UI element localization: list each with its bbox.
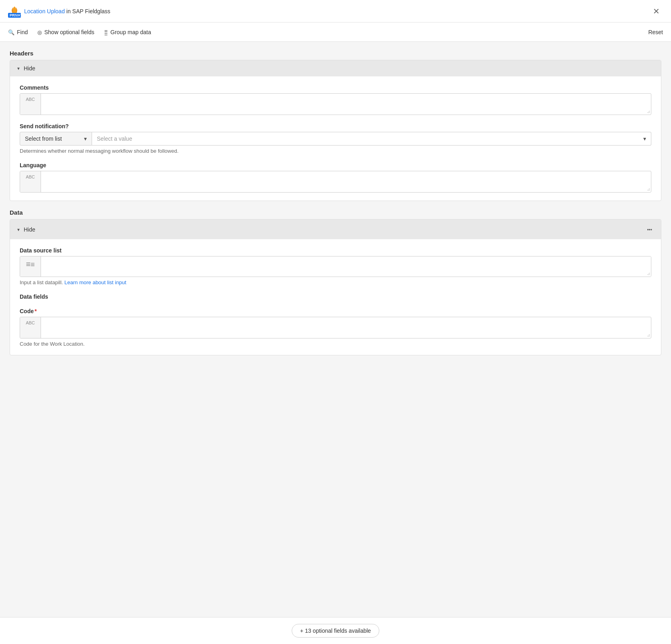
send-notification-label: Send notification? (20, 123, 651, 129)
data-collapse-header[interactable]: Hide (10, 219, 661, 239)
title-bar-left: PRIVATE Location Upload in SAP Fieldglas… (8, 5, 110, 18)
app-name-link[interactable]: Location Upload (24, 8, 65, 14)
language-label: Language (20, 162, 651, 168)
select-from-list-arrow (84, 135, 87, 142)
data-fields-label: Data fields (20, 293, 651, 300)
send-notification-field-group: Send notification? Select from list Sele… (20, 123, 651, 154)
comments-prefix: ABC (20, 94, 41, 115)
data-menu-button[interactable] (644, 224, 655, 234)
data-collapse-left: Hide (16, 226, 35, 233)
optional-fields-button[interactable]: + 13 optional fields available (292, 624, 379, 638)
data-card: Hide Data source list ≡ ⊿ (10, 219, 661, 355)
optional-fields-bar: + 13 optional fields available (0, 617, 671, 644)
private-badge: PRIVATE (8, 13, 21, 18)
send-notification-hint: Determines whether normal messaging work… (20, 148, 651, 154)
code-label: Code* (20, 308, 651, 314)
list-resize-handle: ⊿ (647, 271, 650, 276)
headers-section-title: Headers (10, 50, 661, 57)
ellipsis-icon (647, 225, 652, 233)
data-section-title: Data (10, 209, 661, 216)
data-section: Data Hide Data source list (10, 209, 661, 355)
app-title: Location Upload in SAP Fieldglass (24, 8, 110, 14)
language-resize-handle: ⊿ (646, 186, 651, 192)
language-prefix: ABC (20, 171, 41, 192)
comments-textarea[interactable] (41, 94, 646, 115)
comments-resize-handle: ⊿ (646, 109, 651, 115)
list-icon: ≡ (26, 260, 35, 269)
search-icon (8, 29, 14, 35)
data-collapse-label: Hide (24, 226, 35, 233)
headers-collapse-label: Hide (24, 65, 35, 72)
toolbar: Find Show optional fields Group map data… (0, 23, 671, 42)
code-hint: Code for the Work Location. (20, 341, 651, 347)
data-source-list-field-group: Data source list ≡ ⊿ Input a list datapi… (20, 247, 651, 285)
code-input-wrapper: ABC ⊿ (20, 317, 651, 338)
close-button[interactable]: ✕ (650, 5, 663, 18)
headers-collapse-left: Hide (16, 65, 35, 72)
app-name-suffix: in SAP Fieldglass (65, 8, 110, 14)
show-optional-label: Show optional fields (44, 29, 94, 35)
headers-collapse-header[interactable]: Hide (10, 60, 661, 76)
select-from-list-text: Select from list (25, 135, 62, 142)
optional-fields-label: + 13 optional fields available (300, 628, 371, 634)
select-from-list-dropdown[interactable]: Select from list (20, 132, 92, 146)
title-bar: PRIVATE Location Upload in SAP Fieldglas… (0, 0, 671, 23)
comments-field-group: Comments ABC ⊿ (20, 84, 651, 115)
group-map-label: Group map data (110, 29, 151, 35)
list-input-area[interactable]: ⊿ (41, 256, 651, 277)
select-value-dropdown[interactable]: Select a value (92, 132, 651, 146)
data-card-body: Data source list ≡ ⊿ Input a list datapi… (10, 239, 661, 355)
data-source-list-hint: Input a list datapill. Learn more about … (20, 279, 651, 285)
data-source-hint-text: Input a list datapill. (20, 279, 63, 285)
select-value-arrow (643, 135, 646, 142)
comments-input-wrapper: ABC ⊿ (20, 93, 651, 115)
headers-collapse-arrow (16, 66, 20, 71)
reset-button[interactable]: Reset (648, 29, 663, 35)
language-field-group: Language ABC ⊿ (20, 162, 651, 193)
headers-section: Headers Hide Comments ABC ⊿ (10, 50, 661, 201)
language-textarea[interactable] (41, 171, 646, 192)
select-value-text: Select a value (97, 135, 132, 142)
toolbar-left: Find Show optional fields Group map data (8, 27, 151, 37)
headers-card-body: Comments ABC ⊿ Send notification? Select… (10, 76, 661, 201)
data-source-list-input-wrapper: ≡ ⊿ (20, 256, 651, 277)
main-content: Headers Hide Comments ABC ⊿ (0, 42, 671, 363)
group-map-button[interactable]: Group map data (104, 27, 151, 37)
code-required-marker: * (35, 308, 37, 314)
send-notification-select-row: Select from list Select a value (20, 132, 651, 146)
logo-area: PRIVATE Location Upload in SAP Fieldglas… (8, 5, 110, 18)
code-prefix: ABC (20, 317, 41, 338)
data-source-list-label: Data source list (20, 247, 651, 254)
eye-icon (37, 29, 42, 35)
list-input-prefix-icon: ≡ (20, 256, 41, 277)
language-input-wrapper: ABC ⊿ (20, 171, 651, 193)
find-label: Find (17, 29, 28, 35)
find-button[interactable]: Find (8, 27, 28, 37)
comments-label: Comments (20, 84, 651, 91)
code-field-group: Code* ABC ⊿ Code for the Work Location. (20, 308, 651, 347)
code-resize-handle: ⊿ (646, 332, 651, 338)
show-optional-button[interactable]: Show optional fields (37, 27, 94, 37)
headers-card: Hide Comments ABC ⊿ Send notification? (10, 60, 661, 201)
learn-more-link[interactable]: Learn more about list input (64, 279, 126, 285)
group-icon (104, 29, 108, 35)
code-textarea[interactable] (41, 317, 646, 338)
app-logo-icon: PRIVATE (8, 5, 21, 18)
data-collapse-arrow (16, 227, 20, 232)
